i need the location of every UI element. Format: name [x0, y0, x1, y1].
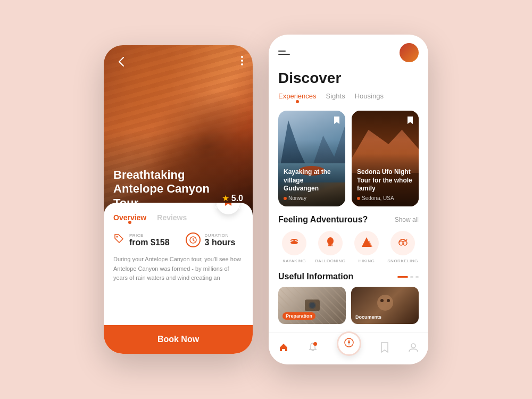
- kayaking-icon: [288, 236, 300, 251]
- price-label: PRICE: [129, 233, 170, 238]
- price-box: PRICE from $158: [113, 233, 170, 247]
- hero-title-area: Breathtaking Antelope Canyon Tour ★ 5.0 …: [113, 168, 243, 210]
- face-shape: [377, 295, 393, 311]
- carousel-dots: [397, 276, 419, 278]
- snorkeling-icon: [397, 236, 409, 251]
- back-button[interactable]: [113, 54, 129, 70]
- tour-description: During your Antelope Canyon tour, you'll…: [113, 255, 243, 283]
- duration-info: DURATION 3 hours: [205, 233, 236, 247]
- useful-title: Useful Information: [278, 272, 353, 281]
- tour-title: Breathtaking Antelope Canyon Tour: [113, 168, 215, 210]
- docs-label: Documents: [355, 314, 419, 320]
- adventurous-title: Feeling Adventurous?: [278, 215, 368, 225]
- book-now-button[interactable]: Book Now: [104, 325, 253, 354]
- sedona-location-dot: [357, 197, 360, 200]
- sedona-card[interactable]: Sedona Ufo Night Tour for the whole fami…: [352, 111, 419, 206]
- nav-home[interactable]: [278, 342, 289, 355]
- category-tabs: Experiences Sights Housings: [278, 92, 419, 103]
- menu-line-2: [278, 54, 290, 55]
- svg-point-6: [293, 239, 295, 241]
- camera-lens: [309, 302, 316, 309]
- hero-image: Breathtaking Antelope Canyon Tour ★ 5.0 …: [104, 45, 253, 215]
- price-duration-row: PRICE from $158 DURATION 3 hours: [113, 232, 243, 247]
- preparation-card[interactable]: Preparation: [278, 287, 346, 324]
- activity-hiking[interactable]: HIKING: [351, 231, 383, 263]
- svg-point-2: [241, 63, 243, 65]
- kayaking-card-title: Kayaking at the village Gudvangen: [284, 168, 340, 193]
- svg-point-16: [411, 344, 415, 348]
- camera-body: [305, 300, 320, 311]
- carousel-dot-2: [410, 276, 413, 278]
- nav-bookmarks[interactable]: [380, 342, 389, 355]
- sedona-card-info: Sedona Ufo Night Tour for the whole fami…: [357, 168, 413, 201]
- tab-overview[interactable]: Overview: [113, 213, 146, 224]
- svg-point-3: [117, 236, 118, 237]
- useful-cards-row: Preparation Documents: [278, 287, 419, 324]
- price-tag-icon: [113, 233, 125, 247]
- hiking-icon: [361, 236, 372, 251]
- kayaking-location-text: Norway: [288, 195, 306, 201]
- tab-experiences[interactable]: Experiences: [278, 92, 317, 103]
- compass-icon: [344, 338, 354, 350]
- right-header: [278, 43, 419, 62]
- eye-left: [380, 299, 384, 302]
- carousel-dot-active: [397, 276, 408, 278]
- card-bookmark-icon[interactable]: [334, 116, 340, 127]
- documents-label: Documents: [355, 314, 381, 320]
- useful-header: Useful Information: [278, 272, 419, 281]
- svg-point-1: [241, 60, 243, 62]
- nav-profile[interactable]: [408, 342, 419, 355]
- preparation-label: Preparation: [282, 312, 315, 320]
- kayaking-card[interactable]: Kayaking at the village Gudvangen Norway: [278, 111, 345, 206]
- left-phone-content: Overview Reviews PRICE from $158: [104, 203, 253, 354]
- prep-label: Preparation: [282, 312, 346, 320]
- ballooning-icon: [325, 236, 336, 251]
- useful-section: Useful Information: [278, 272, 419, 324]
- phones-container: Breathtaking Antelope Canyon Tour ★ 5.0 …: [104, 35, 428, 364]
- activity-snorkeling[interactable]: SNORKELING: [387, 231, 419, 263]
- tab-housings[interactable]: Housings: [355, 92, 384, 103]
- eye-right: [387, 299, 390, 302]
- svg-point-0: [241, 56, 243, 58]
- documents-card[interactable]: Documents: [351, 287, 419, 324]
- clock-icon: [186, 232, 201, 247]
- kayaking-label: KAYAKING: [282, 259, 306, 263]
- sedona-bookmark-icon[interactable]: [407, 116, 413, 127]
- duration-value: 3 hours: [205, 238, 236, 247]
- detail-tabs: Overview Reviews: [113, 213, 243, 224]
- nav-notifications[interactable]: [307, 342, 318, 355]
- avatar-image: [400, 43, 419, 62]
- carousel-dot-3: [415, 276, 419, 278]
- adventurous-section-header: Feeling Adventurous? Show all: [278, 215, 419, 225]
- phone-right: Discover Experiences Sights Housings: [269, 35, 428, 364]
- nav-compass-fab[interactable]: [337, 331, 361, 356]
- bookmark-nav-icon: [380, 342, 389, 355]
- kayaking-icon-circle: [282, 231, 306, 255]
- right-phone-content: Discover Experiences Sights Housings: [269, 35, 428, 332]
- tab-reviews[interactable]: Reviews: [157, 213, 187, 224]
- snorkeling-icon-circle: [390, 231, 415, 255]
- more-options-button[interactable]: [241, 56, 243, 68]
- rating-box: ★ 5.0 472 reviews: [215, 193, 243, 210]
- location-dot: [284, 197, 287, 200]
- svg-point-7: [327, 237, 334, 245]
- star-icon: ★: [222, 193, 229, 203]
- activity-kayaking[interactable]: KAYAKING: [278, 231, 310, 263]
- bottom-nav: [269, 332, 428, 364]
- kayaking-card-location: Norway: [284, 195, 340, 201]
- phone-left: Breathtaking Antelope Canyon Tour ★ 5.0 …: [104, 45, 253, 354]
- svg-point-5: [290, 241, 298, 244]
- hiking-icon-circle: [354, 231, 379, 255]
- tab-sights[interactable]: Sights: [326, 92, 345, 103]
- sedona-location-text: Sedona, USA: [362, 195, 394, 201]
- menu-line-1: [278, 51, 286, 52]
- notification-badge: [313, 342, 317, 346]
- avatar[interactable]: [400, 43, 419, 62]
- activity-ballooning[interactable]: BALLOONING: [314, 231, 346, 263]
- ballooning-icon-circle: [318, 231, 343, 255]
- home-icon: [278, 342, 289, 355]
- left-phone-header: [104, 54, 253, 70]
- menu-button[interactable]: [278, 51, 290, 55]
- show-all-button[interactable]: Show all: [395, 216, 419, 223]
- svg-rect-8: [329, 244, 332, 246]
